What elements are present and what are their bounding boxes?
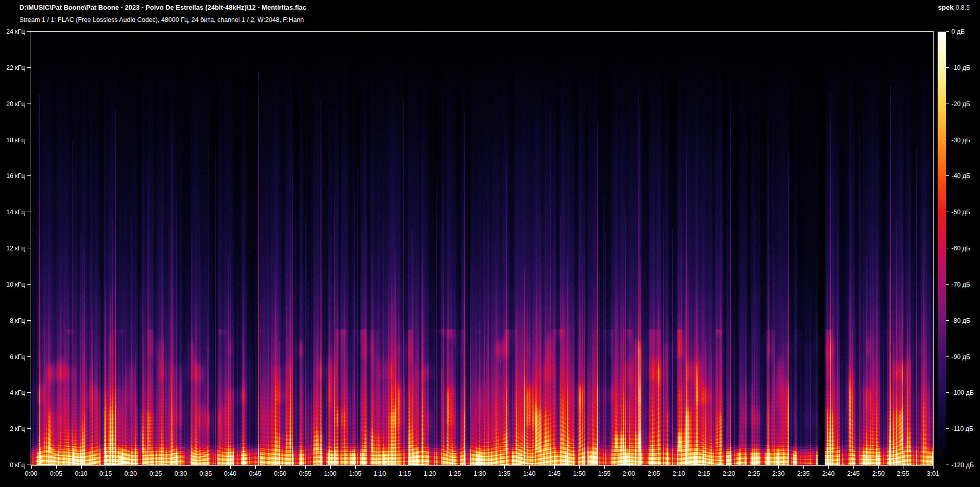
db-tick-label: -120 дБ <box>951 461 974 469</box>
freq-tick <box>27 67 31 68</box>
freq-tick <box>27 428 31 429</box>
db-tick <box>946 140 949 140</box>
db-tick <box>946 175 949 176</box>
spek-window: D:\MUSIC\Pat Boone\Pat Boone - 2023 - Po… <box>0 0 980 487</box>
time-tick <box>380 466 380 469</box>
freq-tick-label: 18 кГц <box>0 136 25 144</box>
time-tick <box>853 466 854 469</box>
db-tick <box>946 284 949 285</box>
spectrogram-canvas <box>31 32 933 465</box>
time-tick <box>330 466 331 469</box>
db-tick-label: -50 дБ <box>951 208 970 216</box>
db-tick-label: -30 дБ <box>951 136 970 144</box>
time-tick <box>554 466 555 469</box>
time-tick <box>529 466 530 469</box>
db-tick <box>946 31 949 32</box>
time-tick <box>654 466 654 469</box>
db-tick <box>946 320 949 321</box>
db-tick <box>946 104 949 104</box>
time-tick <box>579 466 580 469</box>
db-tick <box>946 212 949 212</box>
db-tick-label: -70 дБ <box>951 280 970 289</box>
time-tick <box>181 466 181 469</box>
spectrogram-plot <box>31 31 934 466</box>
time-tick <box>305 466 306 469</box>
time-tick <box>206 466 206 469</box>
time-tick <box>903 466 903 469</box>
time-tick <box>828 466 829 469</box>
time-tick-label: 2:55 <box>887 470 919 478</box>
time-tick <box>280 466 281 469</box>
time-tick <box>878 466 879 469</box>
time-tick <box>504 466 505 469</box>
db-tick-label: -60 дБ <box>951 244 970 252</box>
app-brand: spek0.8.5 <box>938 4 970 11</box>
db-tick-label: -10 дБ <box>951 64 970 72</box>
freq-tick-label: 16 кГц <box>0 172 25 180</box>
time-tick <box>803 466 804 469</box>
freq-tick <box>27 320 31 321</box>
db-colorbar <box>938 32 946 465</box>
time-tick <box>933 466 934 469</box>
freq-tick-label: 24 кГц <box>0 28 25 36</box>
time-tick <box>778 466 779 469</box>
freq-tick <box>27 212 31 212</box>
db-tick-label: -40 дБ <box>951 172 970 180</box>
time-tick <box>455 466 455 469</box>
freq-tick <box>27 284 31 285</box>
freq-tick-label: 14 кГц <box>0 208 25 216</box>
time-tick-label: 3:01 <box>917 470 949 478</box>
time-tick <box>156 466 156 469</box>
time-tick <box>679 466 679 469</box>
freq-tick <box>27 104 31 104</box>
stream-info: Stream 1 / 1: FLAC (Free Lossless Audio … <box>19 16 304 23</box>
db-tick-label: -90 дБ <box>951 353 970 361</box>
app-name: spek <box>938 4 953 11</box>
db-tick-label: 0 дБ <box>951 28 965 36</box>
db-tick <box>946 428 949 429</box>
db-tick-label: -20 дБ <box>951 100 970 108</box>
db-tick-label: -80 дБ <box>951 317 970 325</box>
freq-tick-label: 6 кГц <box>0 353 25 361</box>
time-tick <box>704 466 704 469</box>
freq-tick-label: 2 кГц <box>0 425 25 433</box>
time-tick <box>729 466 729 469</box>
freq-tick <box>27 31 31 32</box>
freq-tick-label: 0 кГц <box>0 461 25 469</box>
freq-tick <box>27 392 31 393</box>
app-version: 0.8.5 <box>955 4 970 11</box>
db-tick <box>946 356 949 357</box>
file-path-title: D:\MUSIC\Pat Boone\Pat Boone - 2023 - Po… <box>19 4 306 11</box>
time-tick <box>56 466 57 469</box>
time-tick <box>131 466 131 469</box>
time-tick <box>230 466 231 469</box>
time-tick <box>405 466 405 469</box>
time-tick <box>754 466 754 469</box>
freq-tick <box>27 465 31 465</box>
time-tick <box>604 466 605 469</box>
freq-tick-label: 4 кГц <box>0 389 25 397</box>
freq-tick <box>27 175 31 176</box>
db-tick-label: -110 дБ <box>951 425 973 433</box>
time-tick <box>480 466 480 469</box>
freq-tick-label: 8 кГц <box>0 317 25 325</box>
time-tick <box>255 466 256 469</box>
time-tick <box>106 466 106 469</box>
freq-tick <box>27 140 31 140</box>
db-tick-label: -100 дБ <box>951 389 974 397</box>
time-tick <box>31 466 32 469</box>
freq-tick-label: 20 кГц <box>0 100 25 108</box>
freq-tick-label: 22 кГц <box>0 64 25 72</box>
db-tick <box>946 248 949 248</box>
freq-tick-label: 10 кГц <box>0 280 25 289</box>
time-tick <box>355 466 356 469</box>
time-tick <box>430 466 430 469</box>
db-tick <box>946 465 949 465</box>
freq-tick <box>27 356 31 357</box>
freq-tick-label: 12 кГц <box>0 244 25 252</box>
db-tick <box>946 67 949 68</box>
freq-tick <box>27 248 31 248</box>
time-tick <box>81 466 82 469</box>
db-tick <box>946 392 949 393</box>
time-tick <box>629 466 629 469</box>
